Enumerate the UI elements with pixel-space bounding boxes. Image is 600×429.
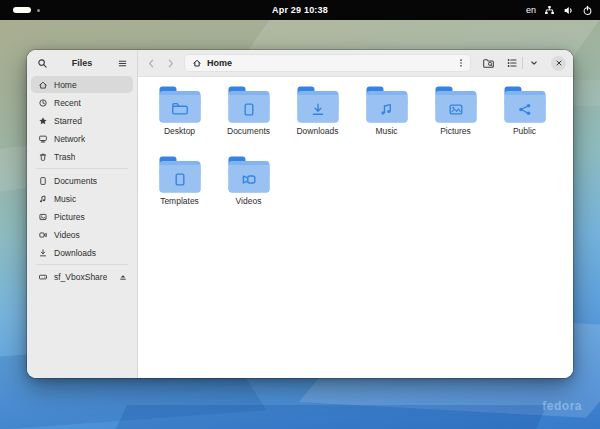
- view-toggle-divider: [522, 57, 523, 69]
- header-bar: Home: [138, 50, 573, 77]
- close-icon: [555, 59, 563, 67]
- wallpaper-shape: [113, 405, 547, 429]
- video-icon: [38, 230, 48, 240]
- view-toggle-group: [503, 55, 542, 72]
- sidebar-item-starred[interactable]: Starred: [31, 112, 133, 129]
- file-grid: Desktop Documents: [138, 77, 573, 378]
- system-status-area[interactable]: en: [526, 0, 593, 20]
- sidebar-item-home[interactable]: Home: [31, 76, 133, 93]
- folder-label: Desktop: [164, 126, 195, 136]
- hamburger-menu-icon: [117, 58, 128, 69]
- sidebar-item-pictures[interactable]: Pictures: [31, 208, 133, 225]
- main-pane: Home: [138, 50, 573, 378]
- location-menu-button[interactable]: [454, 56, 468, 70]
- folder-item-videos[interactable]: Videos: [214, 156, 283, 226]
- folder-item-public[interactable]: Public: [490, 86, 559, 156]
- download-icon: [38, 248, 48, 258]
- sidebar-item-network[interactable]: Network: [31, 130, 133, 147]
- folder-label: Pictures: [440, 126, 471, 136]
- clock-icon: [38, 98, 48, 108]
- home-icon: [192, 58, 202, 68]
- folder-icon: [228, 86, 270, 123]
- keyboard-layout-indicator[interactable]: en: [526, 5, 536, 15]
- workspace-indicator[interactable]: [13, 7, 40, 14]
- sidebar-list: Home Recent Starred: [27, 74, 137, 286]
- folder-label: Public: [513, 126, 536, 136]
- folder-icon: [228, 156, 270, 193]
- sidebar-item-downloads[interactable]: Downloads: [31, 244, 133, 261]
- sidebar-item-label: Pictures: [54, 212, 85, 222]
- sidebar-item-trash[interactable]: Trash: [31, 148, 133, 165]
- list-view-icon: [506, 57, 518, 69]
- sidebar-item-label: Videos: [54, 230, 80, 240]
- fedora-watermark: fedora: [542, 399, 582, 413]
- folder-icon: [159, 156, 201, 193]
- eject-icon: [118, 272, 128, 282]
- folder-item-pictures[interactable]: Pictures: [421, 86, 490, 156]
- sidebar-item-label: Trash: [54, 152, 75, 162]
- sidebar-item-label: Starred: [54, 116, 82, 126]
- sidebar-item-label: Downloads: [54, 248, 96, 258]
- vertical-ellipsis-icon: [456, 58, 466, 68]
- drive-icon: [38, 272, 48, 282]
- files-window: Files Home: [27, 50, 573, 378]
- sidebar-item-label: Home: [54, 80, 77, 90]
- folder-item-documents[interactable]: Documents: [214, 86, 283, 156]
- sidebar-item-videos[interactable]: Videos: [31, 226, 133, 243]
- forward-button[interactable]: [162, 55, 178, 71]
- trash-icon: [38, 152, 48, 162]
- folder-label: Videos: [236, 196, 262, 206]
- close-window-button[interactable]: [551, 56, 566, 71]
- sidebar: Files Home: [27, 50, 138, 378]
- folder-item-templates[interactable]: Templates: [145, 156, 214, 226]
- folder-search-icon: [482, 57, 495, 70]
- sidebar-item-label: Music: [54, 194, 76, 204]
- folder-item-desktop[interactable]: Desktop: [145, 86, 214, 156]
- sidebar-separator: [36, 264, 128, 265]
- sidebar-item-label: Documents: [54, 176, 97, 186]
- folder-label: Downloads: [296, 126, 338, 136]
- forward-chevron-icon: [165, 58, 176, 69]
- folder-label: Documents: [227, 126, 270, 136]
- folder-icon: [435, 86, 477, 123]
- sidebar-item-music[interactable]: Music: [31, 190, 133, 207]
- folder-label: Music: [375, 126, 397, 136]
- sidebar-header: Files: [27, 50, 137, 74]
- network-icon: [38, 134, 48, 144]
- folder-icon: [366, 86, 408, 123]
- eject-button[interactable]: [115, 269, 130, 284]
- back-button[interactable]: [143, 55, 159, 71]
- search-icon: [37, 58, 48, 69]
- search-button[interactable]: [34, 55, 50, 71]
- search-current-folder-button[interactable]: [480, 55, 497, 72]
- header-actions: [480, 55, 566, 72]
- music-icon: [38, 194, 48, 204]
- sidebar-item-recent[interactable]: Recent: [31, 94, 133, 111]
- current-location-label: Home: [207, 58, 232, 68]
- path-bar[interactable]: Home: [184, 54, 471, 72]
- folder-icon: [504, 86, 546, 123]
- clock[interactable]: Apr 29 10:38: [272, 5, 328, 15]
- workspace-pill-active: [13, 7, 31, 14]
- desktop: fedora Apr 29 10:38 en: [0, 0, 600, 429]
- sidebar-item-documents[interactable]: Documents: [31, 172, 133, 189]
- sidebar-item-label: Recent: [54, 98, 81, 108]
- power-icon: [582, 5, 593, 16]
- document-icon: [38, 176, 48, 186]
- folder-item-music[interactable]: Music: [352, 86, 421, 156]
- app-menu-button[interactable]: [114, 55, 130, 71]
- back-chevron-icon: [146, 58, 157, 69]
- sidebar-separator: [36, 168, 128, 169]
- folder-item-downloads[interactable]: Downloads: [283, 86, 352, 156]
- sidebar-item-label: sf_VboxShare: [54, 272, 107, 282]
- workspace-dot: [37, 9, 40, 12]
- list-view-toggle-button[interactable]: [503, 55, 520, 72]
- sidebar-item-sf-vboxshare[interactable]: sf_VboxShare: [31, 268, 133, 285]
- sidebar-item-label: Network: [54, 134, 85, 144]
- wired-network-icon: [544, 5, 555, 16]
- top-bar: Apr 29 10:38 en: [0, 0, 600, 20]
- view-options-button[interactable]: [525, 55, 542, 72]
- star-icon: [38, 116, 48, 126]
- folder-icon: [297, 86, 339, 123]
- folder-icon: [159, 86, 201, 123]
